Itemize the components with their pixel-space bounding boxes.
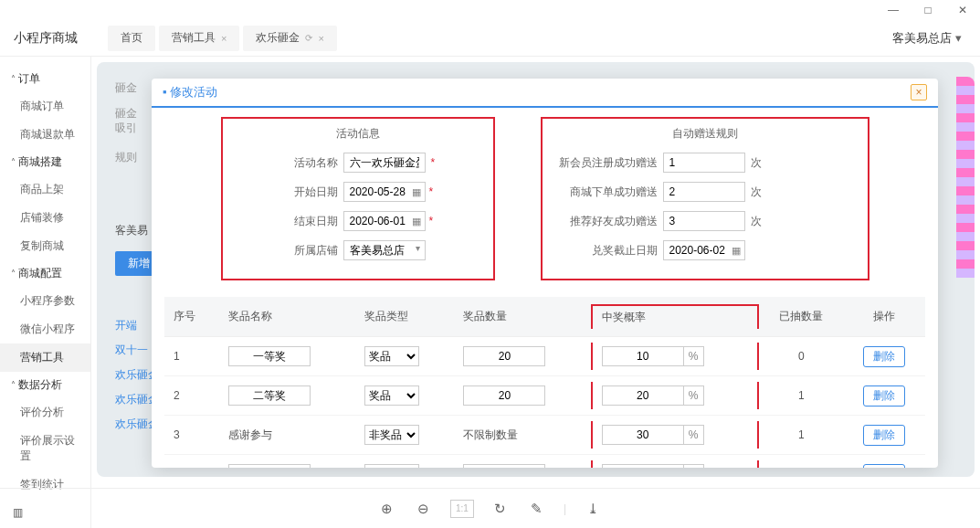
prob-input[interactable] xyxy=(602,385,684,406)
reload-icon[interactable]: ⟳ xyxy=(305,33,312,43)
unit-label: 次 xyxy=(751,155,762,171)
cell-drawn: 0 xyxy=(759,337,843,376)
dialog-close-button[interactable]: × xyxy=(911,84,927,100)
nav-item-mall-refund[interactable]: 商城退款单 xyxy=(0,121,90,149)
nav-item-product-listing[interactable]: 商品上架 xyxy=(0,175,90,204)
zoom-out-icon[interactable]: ⊖ xyxy=(414,499,434,519)
nav-item-review-display[interactable]: 评价展示设置 xyxy=(0,427,90,470)
bg-hint: 砸金 xyxy=(115,80,137,96)
prize-name-input[interactable] xyxy=(228,346,311,366)
block-title: 活动信息 xyxy=(237,126,479,142)
calendar-icon[interactable]: ▦ xyxy=(409,212,424,230)
topbar: 小程序商城 首页 营销工具× 欢乐砸金⟳× 客美易总店 xyxy=(0,20,980,57)
qty-input[interactable] xyxy=(463,346,545,366)
dialog-title: 修改活动 xyxy=(163,84,217,100)
cell-type: 奖品 xyxy=(355,455,455,469)
qty-input[interactable] xyxy=(463,464,545,468)
nav-item-store-decor[interactable]: 店铺装修 xyxy=(0,204,90,232)
window-maximize[interactable]: □ xyxy=(911,0,945,20)
row-op-button[interactable]: 删除 xyxy=(863,346,905,367)
nav-item-review-analysis[interactable]: 评价分析 xyxy=(0,398,90,427)
order-gift-input[interactable] xyxy=(663,182,745,202)
col-qty: 奖品数量 xyxy=(454,297,590,337)
prob-input[interactable] xyxy=(602,346,684,366)
window-close[interactable]: ✕ xyxy=(945,0,980,20)
main-area: 砸金 砸金 吸引 规则 客美易 新增 开端 双十一 欢乐砸金 欢乐砸金 欢乐砸金… xyxy=(97,62,975,477)
shop-label: 所属店铺 xyxy=(237,243,338,259)
calendar-icon[interactable]: ▦ xyxy=(409,183,424,201)
zoom-ratio-box[interactable]: 1:1 xyxy=(450,500,474,518)
download-icon[interactable]: ⤓ xyxy=(583,499,603,519)
qty-input[interactable] xyxy=(463,385,545,406)
tab-smash-gold[interactable]: 欢乐砸金⟳× xyxy=(243,26,336,51)
refresh-icon[interactable]: ↻ xyxy=(490,499,511,519)
prob-input[interactable] xyxy=(602,464,684,468)
decor-stripes xyxy=(956,77,975,278)
row-op-button[interactable]: 删除 xyxy=(863,425,905,446)
tab-marketing[interactable]: 营销工具× xyxy=(159,26,239,51)
refer-gift-input[interactable] xyxy=(663,211,745,231)
nav-item-marketing-tools[interactable]: 营销工具 xyxy=(0,343,90,372)
row-op-button[interactable]: 删除 xyxy=(863,385,905,407)
prob-input[interactable] xyxy=(602,425,684,445)
cell-qty xyxy=(454,376,590,416)
row-op-button[interactable]: 删除 xyxy=(863,464,905,469)
nav-item-copy-mall[interactable]: 复制商城 xyxy=(0,232,90,260)
nav-item-mp-params[interactable]: 小程序参数 xyxy=(0,287,90,315)
cell-drawn: 1 xyxy=(759,416,843,455)
table-row: 1 奖品 % 0 删除 xyxy=(164,337,925,376)
prize-type-select[interactable]: 奖品 xyxy=(364,385,419,406)
nav-item-mall-order[interactable]: 商城订单 xyxy=(0,92,90,121)
tab-home[interactable]: 首页 xyxy=(108,26,155,51)
prize-name-input[interactable] xyxy=(228,385,311,406)
bg-hint: 砸金 xyxy=(115,106,137,121)
cell-seq: 1 xyxy=(164,337,219,376)
nav-group-order[interactable]: 订单 xyxy=(0,66,90,92)
zoom-in-icon[interactable]: ⊕ xyxy=(377,499,397,519)
edit-icon[interactable]: ✎ xyxy=(527,499,547,519)
col-drawn: 已抽数量 xyxy=(759,297,843,337)
table-row: 2 奖品 % 1 删除 xyxy=(164,376,925,416)
bottom-toolbar: ⊕ ⊖ 1:1 ↻ ✎ | ⤓ xyxy=(0,488,980,528)
refer-gift-label: 推荐好友成功赠送 xyxy=(557,214,658,229)
shop-select[interactable] xyxy=(343,240,426,260)
cell-seq: 3 xyxy=(164,416,219,455)
dialog-body: 活动信息 活动名称 * 开始日期 ▦ * 结束日期 xyxy=(152,108,938,468)
cell-name xyxy=(219,376,355,416)
cell-name: 感谢参与 xyxy=(219,416,355,455)
cell-type: 奖品 xyxy=(355,337,455,376)
col-prob: 中奖概率 xyxy=(591,297,760,337)
close-icon[interactable]: × xyxy=(221,33,227,44)
bg-hint: 规则 xyxy=(115,150,137,165)
cell-qty xyxy=(454,337,590,376)
cell-name xyxy=(219,337,355,376)
table-row: 3 感谢参与 非奖品 不限制数量 % 1 删除 xyxy=(164,416,925,455)
nav-group-build[interactable]: 商城搭建 xyxy=(0,149,90,175)
qty-unlimited: 不限制数量 xyxy=(463,428,518,441)
window-minimize[interactable]: — xyxy=(876,0,911,20)
prize-type-select[interactable]: 非奖品 xyxy=(364,425,419,445)
required-mark: * xyxy=(429,215,434,227)
shop-dropdown[interactable]: 客美易总店 xyxy=(892,30,962,47)
register-gift-input[interactable] xyxy=(663,153,745,173)
required-mark: * xyxy=(431,156,436,169)
redeem-deadline-label: 兑奖截止日期 xyxy=(557,243,658,259)
col-type: 奖品类型 xyxy=(355,297,455,337)
nav-group-analytics[interactable]: 数据分析 xyxy=(0,372,90,398)
calendar-icon[interactable]: ▦ xyxy=(729,241,743,259)
activity-name-input[interactable] xyxy=(343,153,426,173)
nav-group-config[interactable]: 商城配置 xyxy=(0,260,90,287)
cell-op: 删除 xyxy=(843,376,925,416)
nav-item-wechat-mp[interactable]: 微信小程序 xyxy=(0,315,90,343)
close-icon[interactable]: × xyxy=(318,33,323,44)
prize-name-input[interactable] xyxy=(228,464,311,468)
prize-type-select[interactable]: 奖品 xyxy=(364,464,419,468)
order-gift-label: 商城下单成功赠送 xyxy=(557,185,658,200)
cell-drawn: 1 xyxy=(759,376,843,416)
prize-type-select[interactable]: 奖品 xyxy=(364,346,419,366)
edit-activity-dialog: 修改活动 × 活动信息 活动名称 * 开始日期 ▦ * xyxy=(152,79,938,468)
cell-op: 删除 xyxy=(843,337,925,376)
prize-name-text: 感谢参与 xyxy=(228,428,272,441)
brand-title: 小程序商城 xyxy=(0,30,91,47)
bg-shop-label: 客美易 xyxy=(115,223,148,238)
